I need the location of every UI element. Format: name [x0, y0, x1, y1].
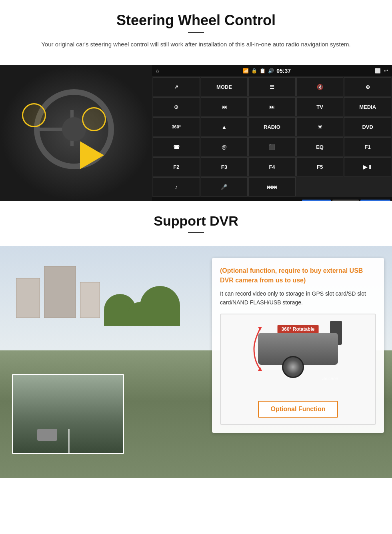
steering-section: Steering Wheel Control Your original car…: [0, 0, 392, 65]
dvr-road-view: [13, 375, 123, 453]
highlight-circle-left: [22, 103, 46, 127]
f2-button[interactable]: F2: [153, 157, 200, 176]
mute-button[interactable]: 🔇: [296, 77, 344, 96]
steering-description: Your original car's steering wheel contr…: [32, 40, 360, 49]
back-icon: ↩: [384, 68, 388, 74]
eject-button[interactable]: ▲: [201, 117, 248, 136]
rotatable-badge: 360° Rotatable: [278, 325, 319, 334]
seicane-watermark: Seicane: [322, 376, 338, 381]
playpause-button[interactable]: ▶⏸: [344, 157, 391, 176]
tv-button[interactable]: TV: [296, 97, 344, 116]
menu-button[interactable]: ☰: [248, 77, 296, 96]
building-2: [44, 266, 76, 318]
dvd-button[interactable]: DVD: [344, 117, 391, 136]
optional-function-button[interactable]: Optional Function: [258, 401, 338, 418]
apps-button[interactable]: ⊕: [344, 77, 391, 96]
wifi-icon: 📶: [243, 68, 249, 74]
music-button[interactable]: ♪: [153, 177, 200, 196]
car-in-footage: [37, 429, 57, 441]
status-time: 05:37: [276, 68, 291, 74]
dvr-section: Support DVR (Optional function, require …: [0, 201, 392, 478]
f3-button[interactable]: F3: [201, 157, 248, 176]
internet-button[interactable]: @: [201, 137, 248, 156]
window-icon: ⬜: [375, 68, 381, 74]
dvr-info-box: (Optional function, require to buy exter…: [212, 258, 384, 433]
status-icons: 📶 🔒 📋 🔊 05:37: [243, 68, 291, 74]
dvr-camera-box: 360° Rotatable Seicane Optional Function: [220, 314, 376, 425]
360-button[interactable]: 360°: [153, 117, 200, 136]
dvr-divider: [188, 232, 204, 233]
lock-icon: 🔒: [251, 68, 257, 74]
phone-button[interactable]: ☎: [153, 137, 200, 156]
dvr-background-image: (Optional function, require to buy exter…: [0, 246, 392, 478]
f5-button[interactable]: F5: [296, 157, 344, 176]
f1-button[interactable]: F1: [344, 137, 391, 156]
dvr-title-area: Support DVR: [0, 201, 392, 246]
media-button[interactable]: MEDIA: [344, 97, 391, 116]
display-button[interactable]: ⬛: [248, 137, 296, 156]
mode-button[interactable]: MODE: [201, 77, 248, 96]
settings-button[interactable]: ⊙: [153, 97, 200, 116]
rotation-arrow-svg: [252, 325, 268, 373]
status-bar: ⌂ 📶 🔒 📋 🔊 05:37 ⬜ ↩: [152, 65, 392, 76]
brightness-button[interactable]: ☀: [296, 117, 344, 136]
mic-button[interactable]: 🎤: [201, 177, 248, 196]
status-right-icons: ⬜ ↩: [375, 68, 388, 74]
optional-note: (Optional function, require to buy exter…: [220, 266, 376, 285]
svg-marker-0: [258, 327, 262, 331]
next-button[interactable]: ⏭: [248, 97, 296, 116]
steering-wheel-photo: [0, 65, 152, 201]
prev-button[interactable]: ⏮: [201, 97, 248, 116]
ui-panel: ⌂ 📶 🔒 📋 🔊 05:37 ⬜ ↩ ↗ MODE ☰ 🔇 ⊕ ⊙ ⏮: [152, 65, 392, 201]
audio-icon: 🔊: [268, 68, 274, 74]
steering-title: Steering Wheel Control: [16, 12, 376, 29]
camera-lens: [282, 356, 304, 378]
lane-marker: [68, 429, 70, 453]
steering-content-area: ⌂ 📶 🔒 📋 🔊 05:37 ⬜ ↩ ↗ MODE ☰ 🔇 ⊕ ⊙ ⏮: [0, 65, 392, 201]
eq-button[interactable]: EQ: [296, 137, 344, 156]
skiptrack-button[interactable]: ⏮⏭: [248, 177, 296, 196]
dvr-description: It can record video only to storage in G…: [220, 289, 376, 307]
dvr-footage-small: [12, 374, 124, 454]
nav-button[interactable]: ↗: [153, 77, 200, 96]
button-grid: ↗ MODE ☰ 🔇 ⊕ ⊙ ⏮ ⏭ TV MEDIA 360° ▲ RADIO…: [152, 76, 392, 197]
direction-arrow: [80, 141, 104, 169]
title-divider: [188, 32, 204, 33]
radio-button[interactable]: RADIO: [248, 117, 296, 136]
home-icon: ⌂: [156, 68, 159, 74]
highlight-circle-right: [82, 107, 106, 131]
f4-button[interactable]: F4: [248, 157, 296, 176]
camera-visual: 360° Rotatable Seicane: [246, 321, 350, 393]
building-3: [80, 282, 100, 318]
tree-3: [140, 286, 180, 326]
building-1: [16, 278, 40, 318]
dvr-title: Support DVR: [16, 213, 376, 229]
sim-icon: 📋: [260, 68, 266, 74]
